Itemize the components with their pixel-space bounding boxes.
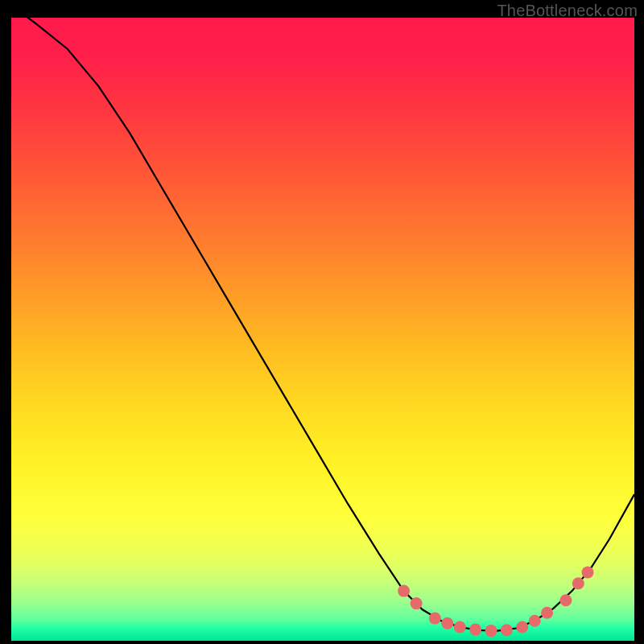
highlight-marker <box>572 577 584 589</box>
highlight-marker <box>411 597 423 609</box>
highlight-marker <box>582 566 594 578</box>
highlight-marker <box>501 624 513 636</box>
watermark-text: TheBottleneck.com <box>497 2 638 20</box>
highlight-marker <box>516 621 528 634</box>
highlight-marker <box>441 617 453 630</box>
highlight-marker <box>398 585 410 597</box>
chart-svg <box>11 18 634 641</box>
highlight-marker <box>454 621 466 634</box>
highlight-marker <box>469 624 481 636</box>
bottleneck-curve <box>11 6 634 631</box>
highlight-marker <box>485 625 497 637</box>
highlight-marker <box>541 607 553 619</box>
highlight-marker <box>429 613 441 625</box>
highlight-marker <box>529 615 541 627</box>
highlight-marker <box>559 594 572 606</box>
marker-group <box>398 566 593 637</box>
